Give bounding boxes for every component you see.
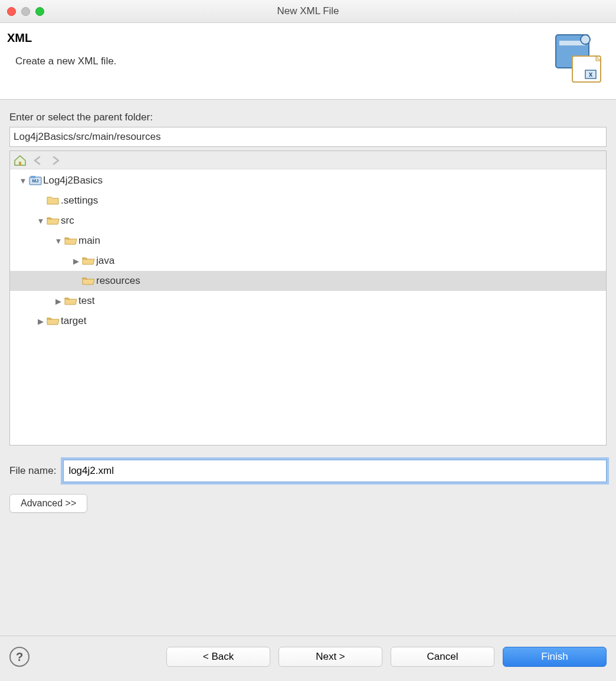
tree-nav-toolbar [10, 151, 606, 169]
new-xml-file-icon: x [551, 31, 605, 89]
cancel-button[interactable]: Cancel [391, 647, 494, 667]
folder-open-icon [47, 215, 60, 226]
tree-node[interactable]: ▼main [10, 231, 606, 251]
help-button[interactable]: ? [9, 647, 30, 667]
banner-subtitle: Create a new XML file. [15, 55, 116, 67]
file-name-input[interactable] [63, 460, 607, 482]
folder-tree-panel: ▼MJLog4j2Basics▶.settings▼src▼main▶java▶… [9, 150, 607, 446]
tree-node[interactable]: ▶.settings [10, 191, 606, 211]
forward-arrow-icon[interactable] [48, 153, 63, 168]
titlebar: New XML File [0, 0, 616, 23]
folder-open-icon [47, 316, 60, 326]
collapse-arrow-icon[interactable]: ▼ [36, 217, 45, 225]
svg-point-2 [581, 35, 590, 44]
arrow-placeholder: ▶ [36, 197, 45, 205]
tree-node-label: src [61, 215, 74, 227]
svg-text:x: x [589, 70, 593, 78]
tree-node-label: resources [96, 275, 140, 287]
parent-folder-input[interactable] [9, 127, 607, 147]
tree-node-label: Log4j2Basics [43, 175, 103, 186]
tree-node[interactable]: ▶target [10, 311, 606, 331]
folder-open-icon [64, 235, 77, 246]
tree-node-label: .settings [61, 195, 98, 207]
parent-folder-label: Enter or select the parent folder: [9, 112, 607, 123]
folder-open-icon [82, 256, 95, 266]
collapse-arrow-icon[interactable]: ▼ [54, 237, 63, 245]
folder-icon [47, 195, 60, 206]
expand-arrow-icon[interactable]: ▶ [54, 297, 63, 306]
tree-node[interactable]: ▶test [10, 291, 606, 311]
back-arrow-icon[interactable] [30, 153, 45, 168]
advanced-button[interactable]: Advanced >> [9, 494, 87, 513]
banner-heading: XML [7, 31, 116, 45]
svg-text:MJ: MJ [32, 178, 38, 184]
wizard-content: Enter or select the parent folder: ▼MJLo… [0, 100, 616, 636]
next-button[interactable]: Next > [278, 647, 382, 667]
window-title: New XML File [0, 5, 616, 17]
project-icon: MJ [29, 175, 42, 186]
tree-node-label: java [96, 255, 114, 267]
home-icon[interactable] [12, 153, 28, 168]
expand-arrow-icon[interactable]: ▶ [71, 257, 81, 266]
collapse-arrow-icon[interactable]: ▼ [18, 176, 28, 185]
tree-node[interactable]: ▶java [10, 251, 606, 271]
folder-tree[interactable]: ▼MJLog4j2Basics▶.settings▼src▼main▶java▶… [10, 169, 606, 445]
expand-arrow-icon[interactable]: ▶ [36, 317, 45, 326]
svg-rect-7 [19, 162, 21, 165]
wizard-banner: XML Create a new XML file. x [0, 23, 616, 100]
file-name-label: File name: [9, 465, 56, 477]
tree-node-label: main [78, 235, 100, 247]
finish-button[interactable]: Finish [503, 647, 607, 667]
tree-node[interactable]: ▶resources [10, 271, 606, 291]
back-button[interactable]: < Back [166, 647, 270, 667]
folder-open-icon [64, 296, 77, 306]
arrow-placeholder: ▶ [71, 277, 81, 286]
tree-node[interactable]: ▼MJLog4j2Basics [10, 171, 606, 191]
tree-node[interactable]: ▼src [10, 211, 606, 231]
folder-open-icon [82, 276, 95, 286]
wizard-footer: ? < Back Next > Cancel Finish [0, 636, 616, 681]
tree-node-label: target [61, 315, 86, 327]
tree-node-label: test [78, 295, 94, 307]
